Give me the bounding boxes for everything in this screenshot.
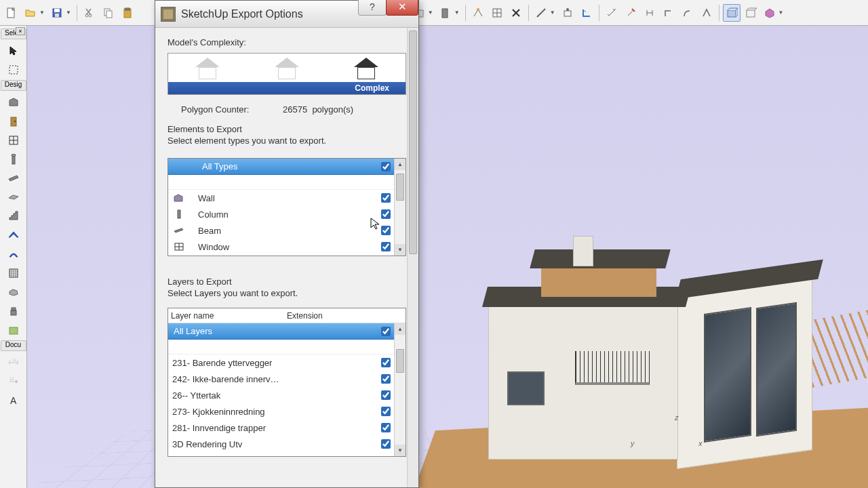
level-tool-icon[interactable]: 12	[4, 373, 23, 390]
scroll-down-icon[interactable]: ▼	[395, 445, 406, 456]
layer-row-1[interactable]: 242- Ikke-barende innerv…	[168, 371, 406, 387]
window-tool-icon[interactable]	[4, 131, 23, 149]
zone-tool-icon[interactable]	[4, 321, 23, 339]
window-checkbox[interactable]	[381, 242, 391, 251]
beam-tool-icon[interactable]	[4, 169, 23, 187]
open-dropdown-icon[interactable]: ▼	[39, 9, 47, 16]
tool-6[interactable]	[559, 4, 576, 22]
building-model: y x z	[420, 229, 861, 488]
layer-checkbox-4[interactable]	[381, 423, 391, 432]
layer-checkbox-5[interactable]	[381, 439, 391, 449]
copy-button[interactable]	[100, 4, 117, 22]
element-row-beam[interactable]: Beam	[168, 222, 406, 239]
door-tool-icon[interactable]	[4, 113, 23, 130]
slab-tool-icon[interactable]	[4, 188, 23, 206]
close-button[interactable]: ✕	[386, 0, 418, 16]
tool-11[interactable]	[660, 4, 677, 22]
left-tab-document[interactable]: Docu	[1, 340, 26, 351]
tool-14-active[interactable]	[723, 4, 741, 22]
all-types-checkbox[interactable]	[381, 162, 391, 171]
elements-all-types-row[interactable]: All Types	[168, 159, 406, 175]
tool-1-dropdown[interactable]: ▼	[428, 9, 435, 16]
polygon-count: 26575	[283, 104, 307, 115]
all-layers-checkbox[interactable]	[381, 327, 391, 336]
layer-row-3[interactable]: 273- Kjokkeninnredning	[168, 403, 406, 420]
layer-row-0[interactable]: 231- Barende yttervegger	[168, 354, 406, 371]
elements-scrollbar[interactable]: ▲ ▼	[394, 159, 406, 256]
scroll-thumb[interactable]	[396, 349, 404, 373]
layers-section-subtitle: Select Layers you want to export.	[167, 288, 406, 298]
paste-button[interactable]	[119, 4, 136, 22]
complexity-label: Model's Complexity:	[167, 37, 406, 47]
scroll-thumb[interactable]	[396, 174, 404, 201]
dimension-tool-icon[interactable]: 12	[4, 354, 23, 371]
cut-button[interactable]	[81, 4, 98, 22]
tool-3[interactable]	[469, 4, 487, 22]
tool-4[interactable]	[488, 4, 506, 22]
complexity-value: Complex	[168, 82, 406, 94]
help-button[interactable]: ?	[358, 0, 387, 16]
left-toolbar: × Selec Desig Docu 12 12 A	[0, 26, 27, 488]
stair-tool-icon[interactable]	[4, 207, 23, 225]
roof-tool-icon[interactable]	[4, 226, 23, 244]
element-row-window[interactable]: Window	[168, 239, 406, 255]
layer-checkbox-3[interactable]	[381, 407, 391, 416]
wall-tool-icon[interactable]	[4, 94, 23, 111]
tool-16[interactable]	[761, 4, 778, 22]
new-file-button[interactable]	[3, 4, 20, 22]
tool-16-dropdown[interactable]: ▼	[778, 9, 786, 16]
tool-10[interactable]	[641, 4, 658, 22]
wall-checkbox[interactable]	[381, 193, 391, 203]
layers-scrollbar[interactable]: ▲ ▼	[394, 323, 406, 456]
layers-all-row[interactable]: All Layers	[168, 323, 406, 340]
curtain-wall-tool-icon[interactable]	[4, 264, 23, 282]
column-icon	[172, 209, 186, 220]
element-row-column[interactable]: Column	[168, 206, 406, 222]
left-tab-design[interactable]: Desig	[1, 80, 26, 91]
arrow-tool-icon[interactable]	[4, 42, 23, 60]
tool-9[interactable]	[622, 4, 639, 22]
layer-checkbox-2[interactable]	[381, 390, 391, 400]
tool-13[interactable]	[698, 4, 715, 22]
left-toolbar-close[interactable]: ×	[16, 27, 25, 35]
all-types-label: All Types	[202, 161, 238, 171]
svg-rect-11	[442, 9, 448, 18]
column-tool-icon[interactable]	[4, 150, 23, 168]
save-button[interactable]	[48, 4, 66, 22]
marquee-tool-icon[interactable]	[4, 61, 23, 79]
measure-tool[interactable]	[532, 4, 550, 22]
layer-row-4[interactable]: 281- Innvendige trapper	[168, 420, 406, 436]
tool-2-dropdown[interactable]: ▼	[454, 9, 462, 16]
save-dropdown-icon[interactable]: ▼	[66, 9, 73, 16]
complexity-slider[interactable]: Complex	[167, 53, 406, 95]
object-tool-icon[interactable]	[4, 302, 23, 320]
layer-checkbox-1[interactable]	[381, 374, 391, 384]
complexity-complex-icon	[353, 58, 380, 79]
dialog-scroll-thumb[interactable]	[409, 30, 417, 254]
text-tool-icon[interactable]: A	[4, 392, 23, 409]
morph-tool-icon[interactable]	[4, 283, 23, 301]
svg-rect-17	[747, 10, 755, 17]
tool-8[interactable]	[603, 4, 620, 22]
layer-row-2[interactable]: 26-- Yttertak	[168, 387, 406, 403]
tool-15[interactable]	[742, 4, 760, 22]
scroll-down-icon[interactable]: ▼	[395, 244, 406, 256]
dialog-scrollbar[interactable]	[407, 28, 418, 487]
beam-checkbox[interactable]	[381, 226, 391, 235]
viewport-3d[interactable]: y x z	[27, 26, 868, 488]
tool-2[interactable]	[437, 4, 454, 22]
tool-7[interactable]	[578, 4, 595, 22]
delete-icon[interactable]	[507, 4, 525, 22]
open-file-button[interactable]	[22, 4, 39, 22]
shell-tool-icon[interactable]	[4, 245, 23, 263]
layer-row-5[interactable]: 3D Rendering Utv	[168, 436, 406, 452]
tool-12[interactable]	[679, 4, 696, 22]
scroll-up-icon[interactable]: ▲	[395, 323, 406, 335]
dialog-titlebar[interactable]: SketchUp Export Options ? ✕	[155, 1, 418, 28]
svg-point-12	[477, 8, 479, 11]
element-row-wall[interactable]: Wall	[168, 190, 406, 206]
measure-dropdown[interactable]: ▼	[550, 9, 557, 16]
column-checkbox[interactable]	[381, 209, 391, 219]
layer-checkbox-0[interactable]	[381, 358, 391, 367]
scroll-up-icon[interactable]: ▲	[395, 159, 406, 170]
